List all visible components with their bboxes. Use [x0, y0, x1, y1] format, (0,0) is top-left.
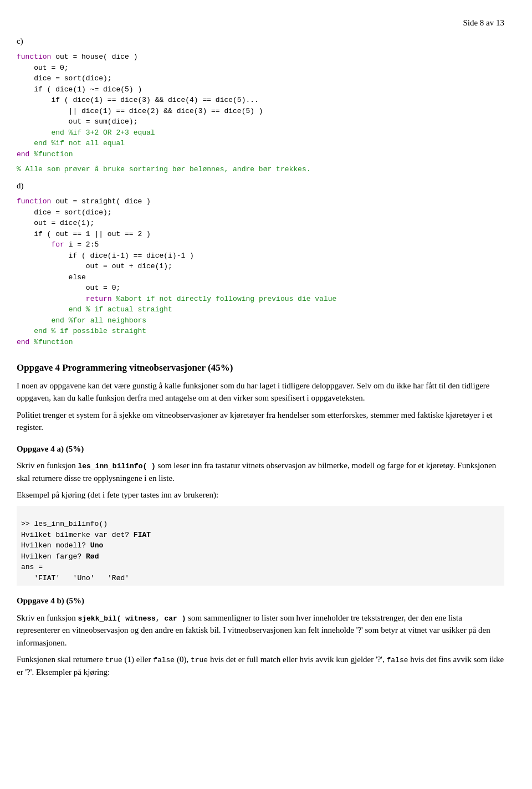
- subsection4a-text: Skriv en funksjon les_inn_bilinfo( ) som…: [17, 459, 504, 484]
- code-block-c: function out = house( dice ) out = 0; di…: [17, 52, 504, 160]
- prose-alle: % Alle som prøver å bruke sortering bør …: [17, 164, 504, 175]
- section4-intro3: Politiet trenger et system for å sjekke …: [17, 409, 504, 434]
- section4-heading: Oppgave 4 Programmering vitneobservasjon…: [17, 361, 504, 375]
- code-section-c: c) function out = house( dice ) out = 0;…: [17, 35, 504, 160]
- page-header: Side 8 av 13: [17, 17, 504, 29]
- section4-intro1: I noen av oppgavene kan det være gunstig…: [17, 380, 504, 404]
- subsection4b-heading: Oppgave 4 b) (5%): [17, 595, 504, 607]
- section-c-label: c): [17, 35, 504, 48]
- section-d-label: d): [17, 180, 504, 192]
- subsection4a-example-label: Eksempel på kjøring (det i fete typer ta…: [17, 489, 504, 501]
- subsection4b-text3: Funksjonen skal returnere true (1) eller…: [17, 653, 504, 678]
- code-block-d: function out = straight( dice ) dice = s…: [17, 196, 504, 347]
- subsection4b-text1: Skriv en funksjon sjekk_bil( witness, ca…: [17, 612, 504, 649]
- code-block-4a: >> les_inn_bilinfo() Hvilket bilmerke va…: [17, 506, 504, 586]
- code-section-d: d) function out = straight( dice ) dice …: [17, 180, 504, 348]
- subsection4a-heading: Oppgave 4 a) (5%): [17, 443, 504, 455]
